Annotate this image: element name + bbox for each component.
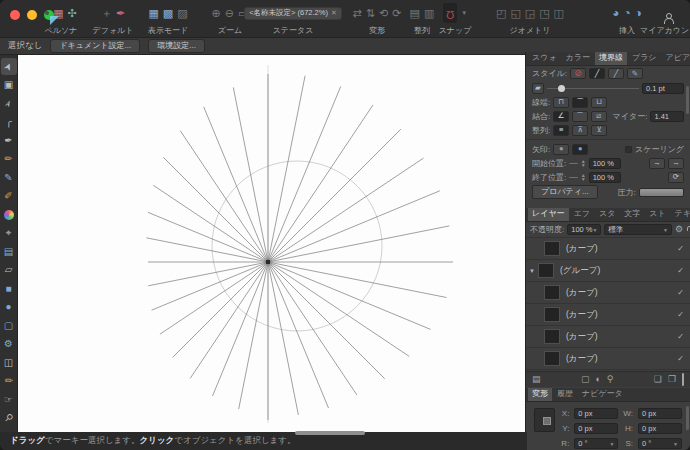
end-stepper[interactable]: ▲▼ xyxy=(581,173,586,181)
tab-transform[interactable]: 変形 xyxy=(528,388,552,401)
layer-effects-icon[interactable]: ⚲ xyxy=(607,375,614,384)
y-input[interactable]: 0 px xyxy=(574,423,618,434)
tab-color[interactable]: カラー xyxy=(562,52,594,65)
ellipse-tool[interactable]: ● xyxy=(1,299,17,316)
start-stepper[interactable]: ▲▼ xyxy=(581,159,586,167)
layer-row[interactable]: (カーブ) ✓ xyxy=(526,348,690,370)
point-transform-tool[interactable]: ⌖ xyxy=(1,225,17,242)
pencil-tool[interactable]: ✏ xyxy=(1,151,17,168)
preferences-button[interactable]: 環境設定... xyxy=(148,39,205,53)
swap-arrowheads-button[interactable]: ⟳ xyxy=(668,172,684,183)
rotate-cw-icon[interactable]: ⟳ xyxy=(392,8,401,19)
scaling-checkbox[interactable] xyxy=(625,146,632,153)
layer-row[interactable]: (カーブ) ✓ xyxy=(526,282,690,304)
layer-visibility-checkbox[interactable]: ✓ xyxy=(677,244,684,253)
anchor-point-selector[interactable] xyxy=(534,408,555,432)
transparency-tool[interactable]: ▱ xyxy=(1,262,17,279)
close-window-button[interactable] xyxy=(10,10,20,20)
start-position-input[interactable]: 100 % xyxy=(589,158,621,169)
arrowhead-end-dropdown[interactable]: → xyxy=(668,158,684,169)
layer-visibility-checkbox[interactable]: ✓ xyxy=(677,310,684,319)
preset-icon[interactable]: ＋ xyxy=(101,8,112,19)
layer-row-group[interactable]: ▼ (グループ) ✓ xyxy=(526,260,690,282)
align-icon[interactable]: ▤ xyxy=(410,8,420,19)
x-input[interactable]: 0 px xyxy=(574,408,618,419)
corner-tool[interactable]: ╭ xyxy=(1,114,17,131)
flip-vertical-icon[interactable]: ⇅ xyxy=(366,8,375,19)
layer-row[interactable]: (カーブ) ✓ xyxy=(526,304,690,326)
panel-scrollbar[interactable] xyxy=(686,86,689,114)
new-group-icon[interactable]: ❐ xyxy=(668,375,676,384)
tab-effects[interactable]: エフ xyxy=(570,208,594,221)
join-round-button[interactable]: ⌒ xyxy=(572,111,588,122)
gradient-tool[interactable]: ▤ xyxy=(1,243,17,260)
insert-on-top-icon[interactable]: ◔ xyxy=(623,7,630,19)
document-status-dropdown[interactable]: <名称未設定> (672.2%) ✕ xyxy=(244,7,342,20)
document-canvas[interactable] xyxy=(18,55,525,432)
disclosure-triangle-icon[interactable]: ▼ xyxy=(526,268,538,274)
align-center-button[interactable]: ≡ xyxy=(553,125,569,136)
document-settings-button[interactable]: ドキュメント設定... xyxy=(50,39,140,53)
vector-view-icon[interactable]: ▦ xyxy=(148,8,158,19)
slider-knob[interactable] xyxy=(558,85,565,92)
stroke-style-none-button[interactable]: ⊘ xyxy=(570,68,586,79)
tab-styles[interactable]: スタ xyxy=(595,208,619,221)
tab-stock[interactable]: スト xyxy=(645,208,669,221)
boolean-add-icon[interactable]: ◰ xyxy=(496,8,506,19)
arrowhead-start-dropdown[interactable]: → xyxy=(649,158,665,169)
cap-round-button[interactable]: ⌒ xyxy=(572,97,588,108)
arrow-start-toggle[interactable]: ● xyxy=(553,144,569,155)
artboard-tool[interactable]: ▣ xyxy=(1,77,17,94)
join-miter-button[interactable]: ∠ xyxy=(553,111,569,122)
r-input[interactable]: 0 °▼ xyxy=(574,438,618,449)
move-tool[interactable]: ➤ xyxy=(1,58,17,75)
tab-appearance[interactable]: アピア xyxy=(662,52,690,65)
stroke-width-slider[interactable] xyxy=(547,88,639,89)
stroke-width-input[interactable]: 0.1 pt xyxy=(642,83,684,94)
panel-scrollbar[interactable] xyxy=(686,406,689,430)
tab-navigator[interactable]: ナビゲータ xyxy=(578,388,627,401)
mask-layer-icon[interactable]: ▢ xyxy=(581,375,590,384)
horizontal-scrollbar[interactable] xyxy=(295,431,365,435)
blend-mode-dropdown[interactable]: 標準▼ xyxy=(604,224,672,235)
properties-button[interactable]: プロパティ... xyxy=(532,185,598,199)
new-layer-icon[interactable]: ❏ xyxy=(654,375,662,384)
paint-brush-tool[interactable]: ✐ xyxy=(1,188,17,205)
pixel-view-icon[interactable]: ▩ xyxy=(163,8,173,19)
close-document-icon[interactable]: ✕ xyxy=(331,7,337,19)
blend-options-icon[interactable]: ▤ xyxy=(532,375,541,384)
rounded-rectangle-tool[interactable]: ▢ xyxy=(1,317,17,334)
distribute-icon[interactable]: ▥ xyxy=(424,8,434,19)
join-bevel-button[interactable]: ⧄ xyxy=(591,111,607,122)
layer-visibility-checkbox[interactable]: ✓ xyxy=(677,288,684,297)
stroke-style-dash-button[interactable]: ╱ xyxy=(608,68,624,79)
node-tool[interactable]: ➢ xyxy=(1,95,17,112)
cap-square-button[interactable]: ⊔ xyxy=(591,97,607,108)
boolean-combine-icon[interactable]: ◫ xyxy=(554,8,564,19)
tab-stroke[interactable]: 境界線 xyxy=(595,52,627,65)
export-persona-icon[interactable]: ✣ xyxy=(68,8,77,19)
layer-visibility-checkbox[interactable]: ✓ xyxy=(677,354,684,363)
pressure-toggle-icon[interactable]: ▰ xyxy=(532,83,544,94)
tab-history[interactable]: 履歴 xyxy=(553,388,577,401)
adjustment-layer-icon[interactable]: ◐ xyxy=(595,375,600,384)
tab-swatches[interactable]: スウォ xyxy=(528,52,561,65)
insert-behind-icon[interactable]: ◕ xyxy=(612,7,619,19)
miter-input[interactable]: 1.41 xyxy=(650,111,684,122)
retina-view-icon[interactable]: ▨ xyxy=(177,8,187,19)
align-inside-button[interactable]: ⊼ xyxy=(572,125,588,136)
boolean-subtract-icon[interactable]: ◱ xyxy=(510,8,520,19)
pen-tool[interactable]: ✒ xyxy=(1,132,17,149)
align-outside-button[interactable]: ⊻ xyxy=(591,125,607,136)
layer-visibility-checkbox[interactable]: ✓ xyxy=(677,266,684,275)
layer-row[interactable]: (カーブ) ✓ xyxy=(526,238,690,260)
crop-tool[interactable]: ◫ xyxy=(1,354,17,371)
stroke-style-brush-button[interactable]: ✎ xyxy=(627,68,643,79)
hand-tool[interactable]: ☞ xyxy=(1,391,17,408)
rectangle-tool[interactable]: ■ xyxy=(1,280,17,297)
snapping-toggle-button[interactable]: Ω xyxy=(443,3,457,23)
s-input[interactable]: 0 °▼ xyxy=(638,438,682,449)
zoom-out-icon[interactable]: ⊖ xyxy=(225,8,234,19)
layer-visibility-checkbox[interactable]: ✓ xyxy=(677,332,684,341)
boolean-divide-icon[interactable]: ◳ xyxy=(539,8,549,19)
